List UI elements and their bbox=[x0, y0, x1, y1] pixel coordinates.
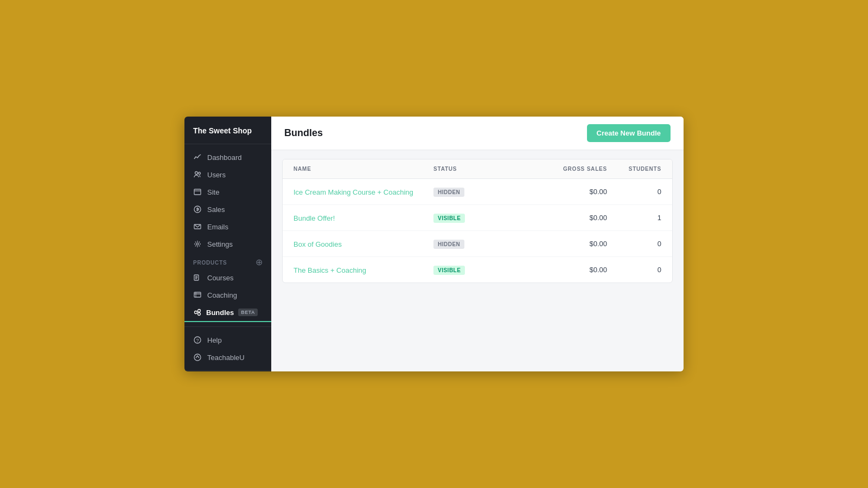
svg-point-19 bbox=[194, 354, 201, 361]
app-window: The Sweet Shop Dashboard bbox=[184, 117, 684, 371]
courses-label: Courses bbox=[207, 274, 233, 282]
bundle-name-cell: Bundle Offer! bbox=[293, 213, 433, 223]
site-label: Site bbox=[207, 188, 219, 196]
status-badge-visible-4: VISIBLE bbox=[433, 266, 465, 275]
svg-point-16 bbox=[198, 313, 201, 316]
site-icon bbox=[193, 188, 202, 196]
sidebar-footer: Taylor @ Teachable ⋮ bbox=[184, 370, 271, 371]
svg-text:?: ? bbox=[196, 338, 199, 343]
bundles-icon bbox=[193, 308, 202, 317]
status-badge-visible-2: VISIBLE bbox=[433, 214, 465, 223]
users-label: Users bbox=[207, 171, 226, 179]
bundles-table: NAME STATUS GROSS SALES STUDENTS Ice Cre… bbox=[282, 159, 673, 283]
students-cell-4: 0 bbox=[607, 266, 661, 274]
table-row: Bundle Offer! VISIBLE $0.00 1 bbox=[283, 205, 672, 231]
top-bar: Bundles Create New Bundle bbox=[271, 117, 684, 150]
students-cell-3: 0 bbox=[607, 240, 661, 248]
sidebar-item-dashboard[interactable]: Dashboard bbox=[184, 149, 271, 166]
svg-rect-11 bbox=[194, 292, 201, 297]
sidebar-item-bundles[interactable]: Bundles BETA bbox=[184, 304, 271, 322]
help-icon: ? bbox=[193, 336, 202, 344]
sidebar-item-emails[interactable]: Emails bbox=[184, 218, 271, 235]
table-row: Box of Goodies HIDDEN $0.00 0 bbox=[283, 231, 672, 257]
emails-label: Emails bbox=[207, 223, 228, 231]
sidebar-item-settings[interactable]: Settings bbox=[184, 235, 271, 253]
svg-point-14 bbox=[195, 311, 197, 314]
emails-icon bbox=[193, 222, 202, 231]
sales-cell-3: $0.00 bbox=[520, 240, 607, 248]
add-product-icon[interactable]: ⊕ bbox=[256, 258, 263, 267]
bundle-link-3[interactable]: Box of Goodies bbox=[293, 240, 342, 248]
bundle-link-1[interactable]: Ice Cream Making Course + Coaching bbox=[293, 188, 413, 196]
students-cell-2: 1 bbox=[607, 214, 661, 222]
sales-icon bbox=[193, 205, 202, 214]
col-students: STUDENTS bbox=[607, 166, 661, 172]
sidebar-item-courses[interactable]: Courses bbox=[184, 269, 271, 286]
sidebar-item-sales[interactable]: Sales bbox=[184, 201, 271, 218]
sidebar-bottom: ? Help TeachableU bbox=[184, 326, 271, 370]
dashboard-icon bbox=[193, 153, 202, 162]
sidebar-item-help[interactable]: ? Help bbox=[184, 331, 271, 349]
status-badge-hidden-3: HIDDEN bbox=[433, 240, 464, 249]
dashboard-label: Dashboard bbox=[207, 153, 242, 162]
table-row: Ice Cream Making Course + Coaching HIDDE… bbox=[283, 179, 672, 205]
col-name: NAME bbox=[293, 166, 433, 172]
bundle-name-cell: The Basics + Coaching bbox=[293, 265, 433, 275]
bundle-link-4[interactable]: The Basics + Coaching bbox=[293, 266, 366, 274]
col-status: STATUS bbox=[433, 166, 520, 172]
status-badge-hidden-1: HIDDEN bbox=[433, 188, 464, 197]
sales-label: Sales bbox=[207, 206, 225, 214]
sidebar: The Sweet Shop Dashboard bbox=[184, 117, 271, 371]
coaching-icon bbox=[193, 291, 202, 299]
page-title: Bundles bbox=[284, 127, 323, 139]
svg-point-1 bbox=[199, 172, 201, 175]
svg-point-6 bbox=[196, 243, 199, 245]
sidebar-item-coaching[interactable]: Coaching bbox=[184, 286, 271, 304]
sidebar-item-users[interactable]: Users bbox=[184, 166, 271, 183]
bundle-link-2[interactable]: Bundle Offer! bbox=[293, 214, 335, 222]
settings-icon bbox=[193, 240, 202, 248]
coaching-label: Coaching bbox=[207, 291, 237, 299]
svg-point-15 bbox=[198, 310, 201, 312]
settings-label: Settings bbox=[207, 240, 233, 248]
sidebar-item-teachableu[interactable]: TeachableU bbox=[184, 349, 271, 366]
status-cell-3: HIDDEN bbox=[433, 239, 520, 249]
products-label: PRODUCTS bbox=[193, 260, 227, 266]
beta-badge: BETA bbox=[238, 309, 258, 316]
sidebar-item-site[interactable]: Site bbox=[184, 183, 271, 201]
status-cell-1: HIDDEN bbox=[433, 187, 520, 197]
teachableu-label: TeachableU bbox=[207, 354, 245, 362]
svg-rect-2 bbox=[194, 189, 201, 195]
col-sales: GROSS SALES bbox=[520, 166, 607, 172]
students-cell-1: 0 bbox=[607, 188, 661, 196]
status-cell-4: VISIBLE bbox=[433, 265, 520, 275]
sidebar-nav: Dashboard Users bbox=[184, 144, 271, 326]
table-header: NAME STATUS GROSS SALES STUDENTS bbox=[283, 159, 672, 179]
status-cell-2: VISIBLE bbox=[433, 213, 520, 223]
courses-icon bbox=[193, 273, 202, 282]
main-content: Bundles Create New Bundle NAME STATUS GR… bbox=[271, 117, 684, 371]
svg-point-0 bbox=[195, 172, 198, 175]
teachableu-icon bbox=[193, 353, 202, 362]
help-label: Help bbox=[207, 336, 222, 344]
sidebar-brand: The Sweet Shop bbox=[184, 117, 271, 144]
bundle-name-cell: Ice Cream Making Course + Coaching bbox=[293, 187, 433, 197]
users-icon bbox=[193, 170, 202, 179]
products-section-header: PRODUCTS ⊕ bbox=[184, 253, 271, 269]
sales-cell-4: $0.00 bbox=[520, 266, 607, 274]
sales-cell-2: $0.00 bbox=[520, 214, 607, 222]
sales-cell-1: $0.00 bbox=[520, 188, 607, 196]
create-new-bundle-button[interactable]: Create New Bundle bbox=[587, 124, 671, 142]
bundle-name-cell: Box of Goodies bbox=[293, 239, 433, 249]
bundles-label: Bundles bbox=[206, 309, 234, 317]
table-row: The Basics + Coaching VISIBLE $0.00 0 bbox=[283, 257, 672, 282]
